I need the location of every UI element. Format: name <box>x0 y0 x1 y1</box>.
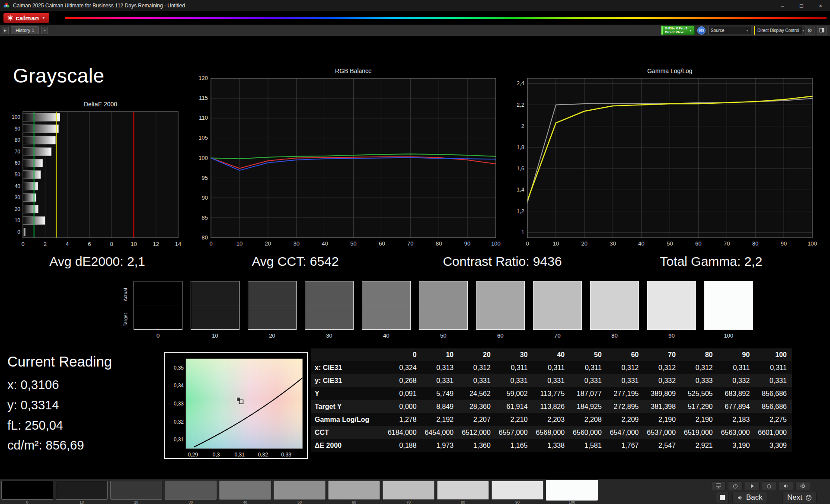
pattern-patch-40[interactable] <box>219 481 271 500</box>
display-control-dropdown[interactable]: Direct Display Control ▼ <box>754 26 802 35</box>
pattern-square-icon <box>719 494 725 501</box>
patch-level-label: 60 <box>328 500 380 504</box>
chart-label: 10 <box>15 217 21 223</box>
chart-label: 95 <box>202 175 208 181</box>
chart-label: 90 <box>15 126 21 132</box>
chart-label: 2 <box>521 123 524 129</box>
pattern-patch-0[interactable] <box>1 481 53 500</box>
minimize-button[interactable]: – <box>773 0 792 12</box>
swatch-actual <box>476 281 524 306</box>
panel-expand-button[interactable]: ▶ <box>2 27 9 34</box>
table-cell: 381,398 <box>644 403 681 411</box>
table-cell: 0,332 <box>718 377 755 385</box>
chart-label: 50 <box>667 240 673 247</box>
row-label: Y <box>311 390 385 398</box>
table-header-cell: 20 <box>459 351 496 359</box>
deltae-bar <box>23 159 43 167</box>
actual-axis-label: Actual <box>123 282 130 307</box>
pattern-patch-100[interactable] <box>546 480 598 501</box>
tab-history-1[interactable]: History 1 <box>11 26 39 34</box>
play-button[interactable] <box>745 482 760 490</box>
swatch-level-label: 40 <box>362 332 411 339</box>
chart-label: 110 <box>199 115 208 121</box>
speaker-button[interactable] <box>779 482 793 490</box>
chart-label: 14 <box>175 241 181 247</box>
source-dropdown[interactable]: Source ▼ <box>708 26 751 35</box>
back-button[interactable]: Back <box>732 492 767 503</box>
meter-status-badge[interactable]: 625 <box>697 26 706 35</box>
toolbar: ▶ History 1 + X-Rite i1Pro 3 Direct View… <box>0 25 830 36</box>
table-cell: 1,165 <box>496 442 533 450</box>
chart-label: 0,29 <box>188 452 198 458</box>
pattern-patch-30[interactable] <box>165 481 217 500</box>
chart-label: 100 <box>491 240 501 247</box>
table-cell: 389,809 <box>644 390 681 398</box>
chart-label: 20 <box>15 206 21 212</box>
gear-icon <box>800 483 806 489</box>
table-cell: 0,312 <box>607 364 644 372</box>
chart-label: 80 <box>752 240 758 247</box>
chart-label: 60 <box>379 240 385 247</box>
pattern-patch-50[interactable] <box>274 481 326 500</box>
next-button[interactable]: Next <box>782 492 817 503</box>
swatch-target <box>248 306 296 330</box>
pattern-patch-90[interactable] <box>492 481 543 500</box>
swatch-target <box>305 306 353 330</box>
deltae-bar <box>23 228 26 236</box>
meter-dropdown[interactable]: X-Rite i1Pro 3 Direct View ▼ <box>661 26 695 35</box>
table-row: x: CIE310,3240,3130,3120,3110,3110,3110,… <box>311 361 792 374</box>
gear-button[interactable] <box>795 482 810 490</box>
chart-label: 10 <box>236 240 243 247</box>
table-header-cell: 30 <box>496 351 533 359</box>
pattern-patch-70[interactable] <box>383 481 434 500</box>
speaker-icon <box>783 483 789 489</box>
deltae-bar <box>23 113 60 121</box>
chart-label: 0,32 <box>258 452 268 458</box>
chart-label: 0,33 <box>281 452 292 458</box>
table-cell: 2,921 <box>681 442 718 450</box>
chart-label: 100 <box>12 114 20 120</box>
back-label: Back <box>746 493 763 502</box>
calman-logo[interactable]: calman ▼ <box>3 13 49 23</box>
swatch-actual <box>419 281 467 306</box>
power-button[interactable] <box>728 482 743 490</box>
table-cell: 24,562 <box>459 390 496 398</box>
deltae-bar <box>23 136 56 144</box>
table-cell: 0,331 <box>570 377 607 385</box>
grayscale-swatch-80 <box>590 281 639 330</box>
chart-label: 80 <box>202 234 208 241</box>
grayscale-swatch-60 <box>476 281 525 330</box>
cie-plot: 0,350,340,330,320,310,290,30,310,320,33 <box>165 353 307 458</box>
swatch-actual <box>248 281 296 306</box>
table-cell: 6454,000 <box>422 429 459 437</box>
chart-label: 0 <box>526 240 529 247</box>
spectrum-strip <box>65 17 827 19</box>
pattern-patch-80[interactable] <box>437 481 489 500</box>
swatch-level-label: 50 <box>419 332 468 339</box>
chart-label: RGB Balance <box>335 67 372 74</box>
swatch-target <box>419 306 467 330</box>
display-button[interactable] <box>711 482 726 490</box>
table-cell: 2,209 <box>607 416 644 424</box>
add-tab-button[interactable]: + <box>41 27 48 34</box>
patch-level-label: 30 <box>165 500 217 504</box>
side-panel-toggle-button[interactable] <box>817 26 827 35</box>
close-button[interactable]: × <box>811 0 830 12</box>
patch-level-label: 50 <box>274 500 326 504</box>
pattern-patch-10[interactable] <box>56 481 108 500</box>
avg-cct-value: Avg CCT: 6542 <box>252 254 338 269</box>
pattern-window-button[interactable] <box>716 492 729 503</box>
avg-de2000-value: Avg dE2000: 2,1 <box>49 254 145 269</box>
maximize-button[interactable]: □ <box>792 0 811 12</box>
chart-label: 120 <box>198 75 208 81</box>
table-cell: 0,091 <box>385 390 422 398</box>
home-button[interactable] <box>762 482 776 490</box>
pattern-patch-60[interactable] <box>328 481 380 500</box>
chart-label: 0,34 <box>174 383 184 389</box>
settings-gear-button[interactable]: ⚙ <box>805 26 814 35</box>
grayscale-swatch-90 <box>647 281 696 330</box>
pattern-patch-20[interactable] <box>110 481 162 500</box>
chart-label: 30 <box>610 240 616 247</box>
app-icon <box>3 3 10 9</box>
next-label: Next <box>787 493 802 502</box>
